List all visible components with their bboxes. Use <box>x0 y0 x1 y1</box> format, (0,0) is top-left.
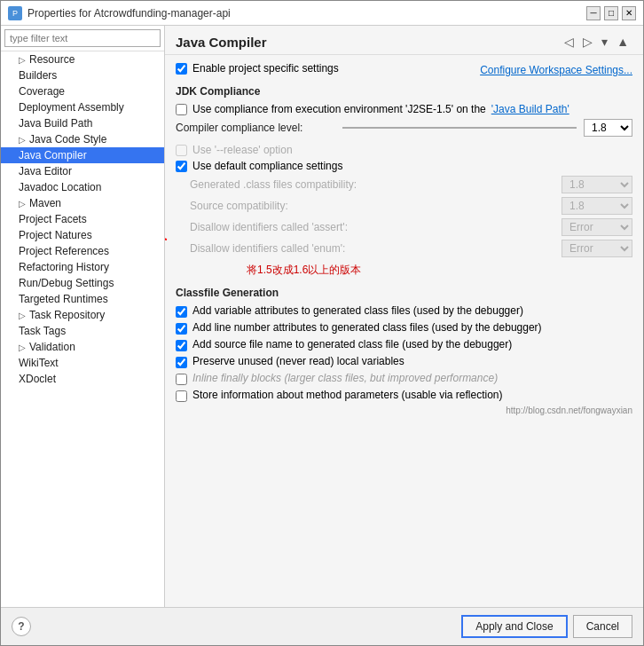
filter-input[interactable] <box>4 29 161 47</box>
jdk-section-title: JDK Compliance <box>176 85 632 98</box>
source-compat-row: Source compatibility: 1.8 <box>176 197 632 215</box>
sidebar-item-wikitext[interactable]: WikiText <box>1 355 164 371</box>
sidebar-item-label: Resource <box>29 53 75 66</box>
source-compat-select[interactable]: 1.8 <box>562 197 632 215</box>
sidebar-item-label: Targeted Runtimes <box>19 293 108 305</box>
cb6-row: Store information about method parameter… <box>176 389 632 402</box>
sidebar-item-label: Maven <box>29 197 61 209</box>
cb3-checkbox[interactable] <box>176 340 187 351</box>
sidebar-item-coverage[interactable]: Coverage <box>1 83 164 99</box>
cb5-checkbox[interactable] <box>176 374 187 385</box>
sidebar-item-task-tags[interactable]: Task Tags <box>1 323 164 339</box>
sidebar-item-label: Java Editor <box>19 165 72 177</box>
cb2-checkbox[interactable] <box>176 323 187 335</box>
nav-forward-button[interactable]: ▷ <box>579 33 596 51</box>
expand-arrow: ▷ <box>19 199 26 209</box>
use-default-row: Use default compliance settings <box>176 160 632 172</box>
right-panel: Java Compiler ◁ ▷ ▾ ▲ Enable project spe… <box>165 26 643 607</box>
close-button[interactable]: ✕ <box>622 6 636 20</box>
sidebar-item-label: XDoclet <box>19 373 56 385</box>
sidebar-item-java-code-style[interactable]: ▷ Java Code Style <box>1 131 164 147</box>
enable-label: Enable project specific settings <box>192 62 339 75</box>
nav-dropdown-button[interactable]: ▾ <box>598 33 611 51</box>
sidebar-item-resource[interactable]: ▷ Resource <box>1 51 164 67</box>
help-button[interactable]: ? <box>12 617 31 636</box>
apply-close-button[interactable]: Apply and Close <box>461 615 567 638</box>
maximize-button[interactable]: □ <box>604 6 618 20</box>
title-bar: P Properties for Atcrowdfunding-manager-… <box>1 1 643 26</box>
sidebar-item-refactoring-history[interactable]: Refactoring History <box>1 259 164 275</box>
sidebar-item-label: WikiText <box>19 357 59 369</box>
generated-class-row: Generated .class files compatibility: 1.… <box>176 176 632 193</box>
sidebar-item-maven[interactable]: ▷ Maven <box>1 195 164 211</box>
sidebar-item-label: Task Tags <box>19 325 66 337</box>
jdk-compliance-section: JDK Compliance Use compliance from execu… <box>176 85 632 278</box>
sidebar-item-validation[interactable]: ▷ Validation <box>1 339 164 355</box>
sidebar-item-project-natures[interactable]: Project Natures <box>1 227 164 243</box>
cb4-row: Preserve unused (never read) local varia… <box>176 355 632 368</box>
cb6-checkbox[interactable] <box>176 390 187 402</box>
nav-buttons: ◁ ▷ ▾ ▲ <box>561 33 632 51</box>
compliance-level-label: Compiler compliance level: <box>176 122 335 134</box>
use-release-row: Use '--release' option <box>176 144 632 156</box>
sidebar-item-task-repository[interactable]: ▷ Task Repository <box>1 307 164 323</box>
enable-project-settings-checkbox[interactable] <box>176 63 187 75</box>
window-title: Properties for Atcrowdfunding-manager-ap… <box>27 7 231 20</box>
sidebar-item-label: Task Repository <box>29 309 105 321</box>
window-icon: P <box>8 6 22 20</box>
watermark: http://blog.csdn.net/fongwayxian <box>176 406 632 415</box>
sidebar-item-deployment-assembly[interactable]: Deployment Assembly <box>1 99 164 115</box>
generated-class-select[interactable]: 1.8 <box>562 176 632 193</box>
cb5-row: Inline finally blocks (larger class file… <box>176 372 632 385</box>
title-controls: ─ □ ✕ <box>586 6 636 20</box>
sidebar-item-project-facets[interactable]: Project Facets <box>1 211 164 227</box>
enable-checkbox-row: Enable project specific settings <box>176 62 339 75</box>
sidebar-item-xdoclet[interactable]: XDoclet <box>1 371 164 387</box>
use-default-checkbox[interactable] <box>176 161 187 172</box>
cancel-button[interactable]: Cancel <box>573 615 632 638</box>
panel-title: Java Compiler <box>176 35 267 50</box>
cb3-label: Add source file name to generated class … <box>192 338 512 351</box>
cb4-checkbox[interactable] <box>176 357 187 368</box>
compliance-level-row: Compiler compliance level: 1.8 1.7 1.6 <box>176 119 632 137</box>
java-build-path-link[interactable]: 'Java Build Path' <box>491 103 569 115</box>
compliance-select[interactable]: 1.8 1.7 1.6 <box>584 119 632 137</box>
sidebar-item-java-editor[interactable]: Java Editor <box>1 163 164 179</box>
sidebar-item-label: Project Facets <box>19 213 87 225</box>
sidebar: ▷ Resource Builders Coverage Deployment … <box>1 26 165 607</box>
minimize-button[interactable]: ─ <box>586 6 601 20</box>
sidebar-item-run-debug-settings[interactable]: Run/Debug Settings <box>1 275 164 291</box>
compliance-slider <box>342 127 577 129</box>
sidebar-item-java-compiler[interactable]: Java Compiler <box>1 147 164 163</box>
sidebar-item-label: Deployment Assembly <box>19 101 124 114</box>
sidebar-item-java-build-path[interactable]: Java Build Path <box>1 115 164 131</box>
annotation-text: 将1.5改成1.6以上的版本 <box>247 263 632 278</box>
source-compat-label: Source compatibility: <box>176 200 562 212</box>
disallow-assert-row: Disallow identifiers called 'assert': Er… <box>176 218 632 236</box>
annotation-container: Disallow identifiers called 'enum': Erro… <box>176 240 632 278</box>
configure-workspace-link[interactable]: Configure Workspace Settings... <box>480 64 632 76</box>
sidebar-item-label: Java Code Style <box>29 133 106 146</box>
title-bar-left: P Properties for Atcrowdfunding-manager-… <box>8 6 231 20</box>
use-compliance-checkbox[interactable] <box>176 104 187 115</box>
disallow-enum-select[interactable]: Error Warning Ignore <box>562 240 632 257</box>
bottom-bar: ? Apply and Close Cancel <box>1 607 643 645</box>
sidebar-item-label: Builders <box>19 69 57 82</box>
disallow-assert-select[interactable]: Error Warning Ignore <box>562 218 632 236</box>
expand-arrow: ▷ <box>19 55 26 65</box>
cb1-row: Add variable attributes to generated cla… <box>176 304 632 318</box>
sidebar-item-builders[interactable]: Builders <box>1 67 164 83</box>
cb3-row: Add source file name to generated class … <box>176 338 632 351</box>
nav-back-button[interactable]: ◁ <box>561 33 577 51</box>
sidebar-item-javadoc-location[interactable]: Javadoc Location <box>1 179 164 195</box>
use-release-checkbox[interactable] <box>176 145 187 156</box>
cb1-checkbox[interactable] <box>176 306 187 318</box>
classfile-section-title: Classfile Generation <box>176 287 632 299</box>
main-content: ▷ Resource Builders Coverage Deployment … <box>1 26 643 607</box>
use-compliance-label: Use compliance from execution environmen… <box>192 103 486 115</box>
sidebar-item-label: Project References <box>19 245 109 257</box>
sidebar-item-project-references[interactable]: Project References <box>1 243 164 259</box>
sidebar-item-targeted-runtimes[interactable]: Targeted Runtimes <box>1 291 164 307</box>
disallow-enum-row: Disallow identifiers called 'enum': Erro… <box>176 240 632 257</box>
scroll-up-button[interactable]: ▲ <box>613 33 632 51</box>
